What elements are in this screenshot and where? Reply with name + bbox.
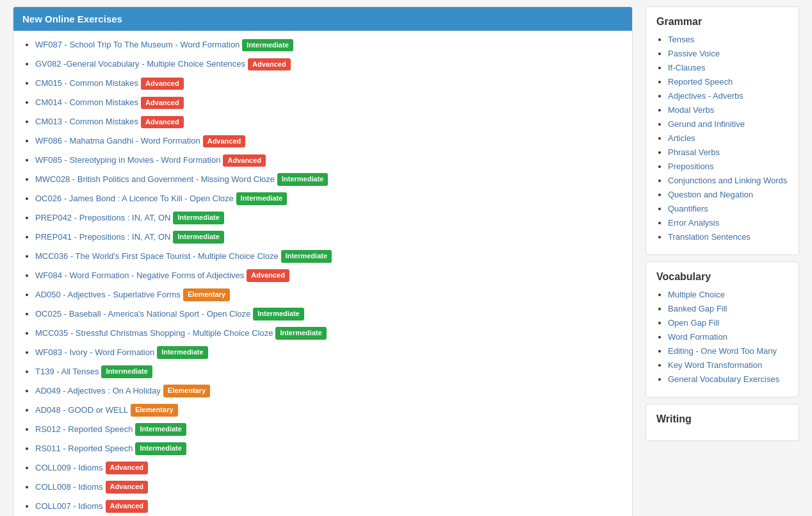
list-item: CM015 - Common MistakesAdvanced <box>35 77 623 90</box>
level-badge: Advanced <box>106 500 149 512</box>
list-item: Articles <box>668 133 788 143</box>
list-item: General Vocabulary Exercises <box>668 374 788 384</box>
grammar-link[interactable]: Conjunctions and Linking Words <box>668 176 787 185</box>
exercise-link[interactable]: WF086 - Mahatma Gandhi - Word Formation <box>35 136 200 146</box>
list-item: WF083 - Ivory - Word FormationIntermedia… <box>35 346 623 359</box>
exercise-link[interactable]: PREP041 - Prepositions : IN, AT, ON <box>35 232 170 242</box>
exercise-link[interactable]: MWC028 - British Politics and Government… <box>35 174 275 184</box>
list-item: Conjunctions and Linking Words <box>668 175 788 185</box>
grammar-link[interactable]: Error Analysis <box>668 218 719 228</box>
exercise-link[interactable]: GV082 -General Vocabulary - Multiple Cho… <box>35 59 245 69</box>
exercise-link[interactable]: OC026 - James Bond : A Licence To Kill -… <box>35 194 234 203</box>
list-item: RS012 - Reported SpeechIntermediate <box>35 423 623 436</box>
exercise-link[interactable]: PREP042 - Prepositions : IN, AT, ON <box>35 213 170 222</box>
exercise-link[interactable]: MCC035 - Stressful Christmas Shopping - … <box>35 328 273 338</box>
list-item: MCC036 - The World's First Space Tourist… <box>35 250 623 263</box>
vocabulary-link[interactable]: Key Word Transformation <box>668 360 762 370</box>
list-item: Reported Speech <box>668 76 788 87</box>
level-badge: Advanced <box>141 97 184 109</box>
level-badge: Advanced <box>106 462 149 474</box>
list-item: WF087 - School Trip To The Museum - Word… <box>35 38 623 51</box>
vocabulary-link[interactable]: Banked Gap Fill <box>668 304 727 313</box>
exercise-link[interactable]: CM015 - Common Mistakes <box>35 78 138 88</box>
list-item: Quantifiers <box>668 203 788 213</box>
vocabulary-link[interactable]: Multiple Choice <box>668 290 725 299</box>
list-item: Open Gap Fill <box>668 317 788 328</box>
writing-section: Writing <box>646 404 799 441</box>
level-badge: Intermediate <box>281 250 332 262</box>
grammar-link[interactable]: Tenses <box>668 35 694 44</box>
list-item: Editing - One Word Too Many <box>668 345 788 356</box>
list-item: Modal Verbs <box>668 104 788 115</box>
list-item: If-Clauses <box>668 62 788 72</box>
exercise-link[interactable]: WF087 - School Trip To The Museum - Word… <box>35 40 240 49</box>
section-header: New Online Exercises <box>13 7 632 31</box>
exercise-link[interactable]: OC025 - Baseball - America's National Sp… <box>35 309 250 319</box>
grammar-link[interactable]: Question and Negation <box>668 190 753 199</box>
sidebar: Grammar TensesPassive VoiceIf-ClausesRep… <box>646 6 799 516</box>
list-item: MWC028 - British Politics and Government… <box>35 173 623 186</box>
exercise-link[interactable]: RS012 - Reported Speech <box>35 424 133 434</box>
grammar-link[interactable]: Quantifiers <box>668 204 708 213</box>
level-badge: Advanced <box>141 116 184 128</box>
exercise-link[interactable]: COLL009 - Idioms <box>35 463 103 472</box>
level-badge: Advanced <box>141 78 184 90</box>
exercise-link[interactable]: MCC036 - The World's First Space Tourist… <box>35 251 279 261</box>
list-item: Passive Voice <box>668 48 788 58</box>
exercise-link[interactable]: T139 - All Tenses <box>35 367 99 376</box>
list-item: AD048 - GOOD or WELLElementary <box>35 404 623 417</box>
exercise-link[interactable]: AD050 - Adjectives - Superlative Forms <box>35 290 181 299</box>
grammar-link[interactable]: Reported Speech <box>668 77 733 87</box>
vocabulary-link[interactable]: General Vocabulary Exercises <box>668 374 779 384</box>
grammar-section: Grammar TensesPassive VoiceIf-ClausesRep… <box>646 6 799 255</box>
list-item: COLL009 - IdiomsAdvanced <box>35 462 623 474</box>
grammar-link[interactable]: If-Clauses <box>668 63 706 72</box>
list-item: CM013 - Common MistakesAdvanced <box>35 115 623 128</box>
list-item: Gerund and Infinitive <box>668 119 788 129</box>
grammar-link[interactable]: Translation Sentences <box>668 232 751 242</box>
exercise-link[interactable]: RS011 - Reported Speech <box>35 444 133 453</box>
exercise-link[interactable]: WF084 - Word Formation - Negative Forms … <box>35 270 244 280</box>
grammar-link[interactable]: Passive Voice <box>668 49 720 58</box>
exercise-list: WF087 - School Trip To The Museum - Word… <box>22 38 623 516</box>
grammar-link[interactable]: Adjectives - Adverbs <box>668 91 743 101</box>
list-item: OC025 - Baseball - America's National Sp… <box>35 308 623 320</box>
level-badge: Advanced <box>203 135 246 147</box>
grammar-link[interactable]: Modal Verbs <box>668 105 714 115</box>
list-item: PREP041 - Prepositions : IN, AT, ONInter… <box>35 231 623 244</box>
level-badge: Intermediate <box>242 39 293 51</box>
exercise-link[interactable]: AD049 - Adjectives : On A Holiday <box>35 386 161 395</box>
level-badge: Elementary <box>131 404 177 416</box>
vocabulary-link[interactable]: Open Gap Fill <box>668 318 719 328</box>
list-item: COLL007 - IdiomsAdvanced <box>35 500 623 513</box>
list-item: Key Word Transformation <box>668 360 788 370</box>
level-badge: Elementary <box>163 385 210 397</box>
vocabulary-list: Multiple ChoiceBanked Gap FillOpen Gap F… <box>656 289 788 384</box>
level-badge: Intermediate <box>253 308 304 320</box>
list-item: PREP042 - Prepositions : IN, AT, ONInter… <box>35 212 623 224</box>
list-item: Adjectives - Adverbs <box>668 90 788 101</box>
grammar-link[interactable]: Phrasal Verbs <box>668 147 720 157</box>
vocabulary-link[interactable]: Word Formation <box>668 332 727 342</box>
level-badge: Intermediate <box>101 365 152 378</box>
level-badge: Advanced <box>247 269 289 281</box>
grammar-link[interactable]: Prepositions <box>668 162 714 171</box>
list-item: Translation Sentences <box>668 231 788 242</box>
section-title: New Online Exercises <box>22 13 122 24</box>
level-badge: Advanced <box>223 154 266 167</box>
exercise-link[interactable]: COLL007 - Idioms <box>35 501 103 511</box>
exercise-link[interactable]: CM013 - Common Mistakes <box>35 117 138 126</box>
list-item: OC026 - James Bond : A Licence To Kill -… <box>35 192 623 205</box>
exercise-link[interactable]: WF083 - Ivory - Word Formation <box>35 347 154 357</box>
grammar-link[interactable]: Articles <box>668 133 695 143</box>
level-badge: Advanced <box>106 481 149 493</box>
exercise-link[interactable]: COLL008 - Idioms <box>35 482 103 492</box>
exercise-link[interactable]: WF085 - Stereotyping in Movies - Word Fo… <box>35 155 220 165</box>
exercise-link[interactable]: AD048 - GOOD or WELL <box>35 405 128 415</box>
vocabulary-link[interactable]: Editing - One Word Too Many <box>668 346 777 356</box>
list-item: Banked Gap Fill <box>668 303 788 313</box>
exercise-link[interactable]: CM014 - Common Mistakes <box>35 97 138 107</box>
list-item: Question and Negation <box>668 189 788 199</box>
writing-title: Writing <box>656 413 788 425</box>
grammar-link[interactable]: Gerund and Infinitive <box>668 119 745 129</box>
